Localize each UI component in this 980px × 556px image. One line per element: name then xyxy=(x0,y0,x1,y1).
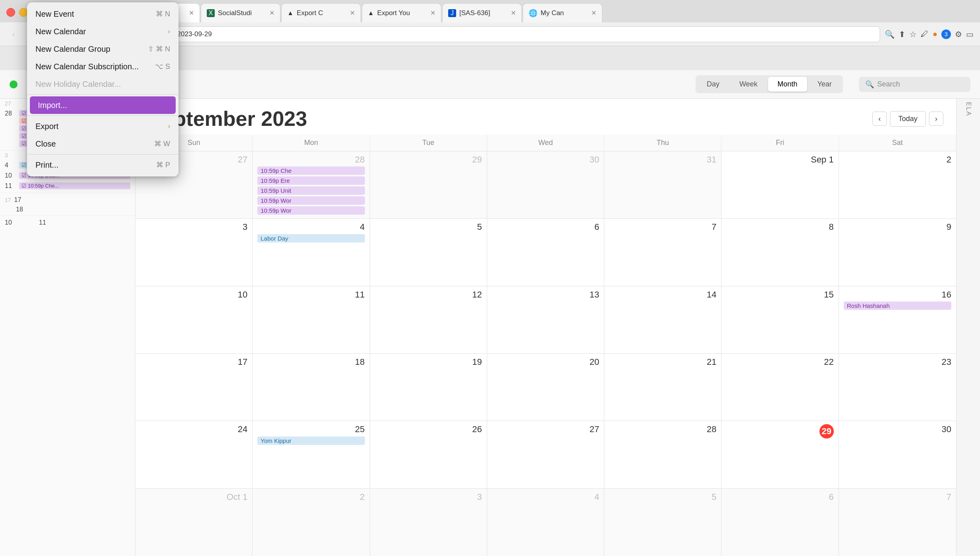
event-chip[interactable]: 10:59p Unit xyxy=(257,186,365,195)
cal-cell-sep24[interactable]: 24 xyxy=(135,421,253,488)
prev-month-button[interactable]: ‹ xyxy=(872,112,887,126)
cal-cell-sep9[interactable]: 9 xyxy=(839,219,956,286)
dow-tue: Tue xyxy=(370,135,487,151)
menu-item-export[interactable]: Export › xyxy=(27,117,178,135)
event-chip[interactable]: 10:59p Che xyxy=(257,166,365,175)
cal-cell-sep11[interactable]: 11 xyxy=(253,286,370,353)
cal-cell-oct1[interactable]: Oct 1 xyxy=(135,489,253,556)
traffic-light-close[interactable] xyxy=(6,8,15,17)
cal-cell-oct6[interactable]: 6 xyxy=(721,489,839,556)
event-chip-labor-day[interactable]: Labor Day xyxy=(257,234,365,243)
lsb-day-11: 11 ☑ 10:59p Che... xyxy=(5,181,130,191)
cal-cell-sep4[interactable]: 4 Labor Day xyxy=(253,219,370,286)
cal-cell-sep5[interactable]: 5 xyxy=(370,219,487,286)
cal-cell-oct7[interactable]: 7 xyxy=(839,489,956,556)
cal-cell-sep22[interactable]: 22 xyxy=(721,354,839,421)
cal-cell-sep29[interactable]: 29 xyxy=(721,421,839,488)
tab-my-can[interactable]: 🌐 My Can ✕ xyxy=(523,3,602,22)
next-month-button[interactable]: › xyxy=(929,112,943,126)
menu-item-new-calendar[interactable]: New Calendar › xyxy=(27,23,178,40)
cal-cell-sep7[interactable]: 7 xyxy=(604,219,721,286)
extensions-icon[interactable]: 🖊 xyxy=(921,29,929,39)
cal-cell-sep27[interactable]: 27 xyxy=(487,421,604,488)
cal-cell-sep8[interactable]: 8 xyxy=(721,219,839,286)
day-number: 7 xyxy=(844,492,951,502)
menu-item-new-calendar-group[interactable]: New Calendar Group ⇧ ⌘ N xyxy=(27,40,178,58)
back-button[interactable]: ‹ xyxy=(6,27,21,41)
menu-item-print[interactable]: Print... ⌘ P xyxy=(27,156,178,174)
cal-cell-sep13[interactable]: 13 xyxy=(487,286,604,353)
sidebar-toggle-icon[interactable]: ▭ xyxy=(966,29,974,39)
menu-item-new-event[interactable]: New Event ⌘ N xyxy=(27,5,178,23)
cal-cell-sep23[interactable]: 23 xyxy=(839,354,956,421)
bookmark-icon[interactable]: ☆ xyxy=(909,29,917,39)
view-week-button[interactable]: Week xyxy=(730,77,767,92)
cal-cell-aug28[interactable]: 28 10:59p Che 10:59p Ere 10:59p Unit 10:… xyxy=(253,151,370,218)
cal-cell-sep26[interactable]: 26 xyxy=(370,421,487,488)
share-icon[interactable]: ⬆ xyxy=(899,29,906,39)
tab-export-c[interactable]: ▲ Export C ✕ xyxy=(281,3,361,22)
day-number: 4 xyxy=(257,222,365,232)
calendar-grid: 27 28 10:59p Che 10:59p Ere 10:59p Unit … xyxy=(135,151,956,556)
cal-cell-sep28[interactable]: 28 xyxy=(604,421,721,488)
calendar-search[interactable]: 🔍 Search xyxy=(859,77,970,92)
menu-item-close[interactable]: Close ⌘ W xyxy=(27,135,178,153)
tab-close-calendar[interactable]: ✕ xyxy=(189,9,194,17)
cal-cell-sep20[interactable]: 20 xyxy=(487,354,604,421)
event-chip-rosh-hashanah[interactable]: Rosh Hashanah xyxy=(844,301,951,310)
cal-cell-sep2[interactable]: 2 xyxy=(839,151,956,218)
cal-cell-oct2[interactable]: 2 xyxy=(253,489,370,556)
event-chip-yom-kippur[interactable]: Yom Kippur xyxy=(257,437,365,445)
view-day-button[interactable]: Day xyxy=(697,77,729,92)
cal-cell-sep16[interactable]: 16 Rosh Hashanah xyxy=(839,286,956,353)
cal-cell-sep3[interactable]: 3 xyxy=(135,219,253,286)
cal-cell-oct5[interactable]: 5 xyxy=(604,489,721,556)
cal-cell-oct3[interactable]: 3 xyxy=(370,489,487,556)
cal-cell-sep6[interactable]: 6 xyxy=(487,219,604,286)
settings-browser-icon[interactable]: ⚙ xyxy=(955,29,962,39)
cal-cell-sep10[interactable]: 10 xyxy=(135,286,253,353)
tab-close-social[interactable]: ✕ xyxy=(269,9,274,17)
cal-cell-aug29[interactable]: 29 xyxy=(370,151,487,218)
cal-cell-sep12[interactable]: 12 xyxy=(370,286,487,353)
cal-cell-sep30[interactable]: 30 xyxy=(839,421,956,488)
today-button[interactable]: Today xyxy=(890,111,926,127)
cal-cell-sep25[interactable]: 25 Yom Kippur xyxy=(253,421,370,488)
tab-social[interactable]: X SocialStudi ✕ xyxy=(201,3,280,22)
tab-close-export-c[interactable]: ✕ xyxy=(350,9,355,17)
event-chip[interactable]: 10:59p Wor xyxy=(257,196,365,205)
day-number: 8 xyxy=(726,222,833,232)
view-year-button[interactable]: Year xyxy=(808,77,841,92)
cal-cell-sep19[interactable]: 19 xyxy=(370,354,487,421)
search-browser-icon[interactable]: 🔍 xyxy=(885,29,895,39)
cal-cell-sep18[interactable]: 18 xyxy=(253,354,370,421)
event-type-icon: ☑ xyxy=(22,118,26,124)
cal-cell-aug31[interactable]: 31 xyxy=(604,151,721,218)
cal-cell-sep1[interactable]: Sep 1 xyxy=(721,151,839,218)
event-chip[interactable]: 10:59p Ere xyxy=(257,176,365,185)
day-number: 29 xyxy=(375,155,482,165)
lsb-day-10-b: 10 xyxy=(5,219,12,226)
menu-arrow-new-calendar: › xyxy=(168,28,170,35)
menu-item-import[interactable]: Import... xyxy=(30,96,176,114)
dow-sat: Sat xyxy=(839,135,956,151)
tab-close-my-can[interactable]: ✕ xyxy=(591,9,596,17)
event-chip[interactable]: 10:59p Wor xyxy=(257,206,365,215)
cal-cell-sep21[interactable]: 21 xyxy=(604,354,721,421)
cal-cell-aug30[interactable]: 30 xyxy=(487,151,604,218)
cal-cell-sep17[interactable]: 17 xyxy=(135,354,253,421)
view-month-button[interactable]: Month xyxy=(768,77,807,92)
cal-cell-sep14[interactable]: 14 xyxy=(604,286,721,353)
lsb-day-num-4: 4 xyxy=(5,162,16,169)
day-number: 13 xyxy=(492,290,599,300)
menu-item-new-calendar-subscription[interactable]: New Calendar Subscription... ⌥ S xyxy=(27,58,178,75)
cal-cell-sep15[interactable]: 15 xyxy=(721,286,839,353)
profile-icon[interactable]: ● xyxy=(933,29,937,39)
tab-sas[interactable]: J [SAS-636] ✕ xyxy=(442,3,522,22)
tab-close-sas[interactable]: ✕ xyxy=(511,9,516,17)
cal-cell-oct4[interactable]: 4 xyxy=(487,489,604,556)
event-type-icon: ☑ xyxy=(22,125,26,131)
traffic-light-minimize[interactable] xyxy=(19,8,28,17)
tab-close-export-y[interactable]: ✕ xyxy=(430,9,435,17)
tab-export-y[interactable]: ▲ Export You ✕ xyxy=(362,3,441,22)
